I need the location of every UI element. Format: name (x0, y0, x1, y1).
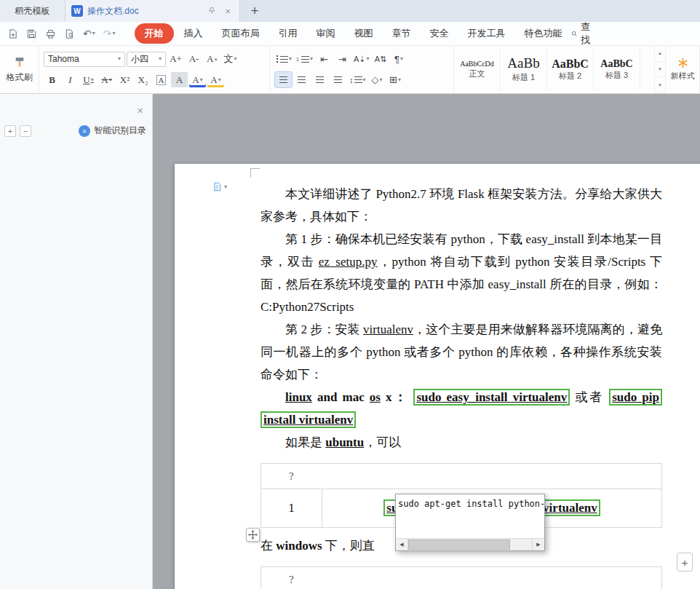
menu-item-3[interactable]: 引用 (270, 24, 306, 43)
workspace: × + − ≡ 智能识别目录 ▾ 本文详细讲述了 Python2.7 环境 Fl… (0, 94, 700, 589)
scroll-right-icon[interactable]: ▶ (532, 539, 544, 550)
scrollbar-thumb[interactable] (408, 539, 510, 550)
numbered-list-button[interactable]: 1▾ (295, 52, 314, 67)
table-move-handle[interactable] (246, 528, 260, 542)
wps-writer-icon: W (71, 5, 83, 17)
styles-gallery-scrollbar[interactable]: ▴ ▾ ▾ (654, 46, 665, 93)
print-preview-icon[interactable] (64, 28, 75, 39)
gallery-scroll-down-icon[interactable]: ▾ (655, 62, 665, 78)
find-button[interactable]: 查找 (571, 20, 594, 47)
new-document-icon[interactable] (7, 28, 18, 39)
clear-format-button[interactable]: A× (204, 52, 220, 67)
menu-item-4[interactable]: 审阅 (308, 24, 344, 43)
popup-code-text: sudo apt-get install python-virtu (396, 494, 544, 513)
font-color-button[interactable]: A▾ (189, 72, 206, 87)
decrease-font-button[interactable]: A- (186, 52, 202, 67)
styles-gallery: AaBbCcDd正文AaBb标题 1AaBbC标题 2AaBbC标题 3 (454, 46, 654, 93)
justify-button[interactable] (330, 72, 346, 87)
align-center-button[interactable] (293, 72, 310, 87)
pinyin-guide-button[interactable]: 文▾ (222, 52, 239, 67)
menu-item-0[interactable]: 开始 (135, 23, 174, 44)
underline-button[interactable]: U▾ (80, 72, 97, 87)
outline-collapse-button[interactable]: − (20, 125, 31, 137)
character-shading-button[interactable]: A (171, 72, 188, 87)
new-tab-button[interactable]: + (240, 0, 269, 22)
popup-horizontal-scrollbar[interactable]: ◀ ▶ (396, 538, 544, 550)
menu-item-5[interactable]: 视图 (346, 24, 382, 43)
document-canvas[interactable]: ▾ 本文详细讲述了 Python2.7 环境 Flask 框架安装方法。分享给大… (153, 94, 700, 589)
style-preview: AaBb (507, 56, 539, 71)
text-run: ，可以 (364, 435, 401, 449)
text-run: 在 (260, 539, 276, 553)
text-run: and mac (312, 390, 370, 404)
save-icon[interactable] (26, 28, 37, 39)
gallery-scroll-up-icon[interactable]: ▴ (655, 46, 665, 62)
align-right-button[interactable] (311, 72, 328, 87)
docer-template-tab[interactable]: 稻壳模板 (0, 0, 65, 22)
print-icon[interactable] (45, 28, 56, 39)
highlight-color-button[interactable]: A▾ (207, 72, 224, 87)
subscript-button[interactable]: X₂ (135, 72, 151, 87)
new-style-button[interactable]: 新样式 (665, 46, 700, 93)
scroll-left-icon[interactable]: ◀ (396, 539, 408, 550)
style-preview: AaBbC (552, 58, 589, 71)
shading-button[interactable]: ◇▾ (369, 72, 386, 87)
increase-font-button[interactable]: A+ (167, 52, 184, 67)
style-card-2[interactable]: AaBb标题 1 (501, 48, 547, 91)
style-label: 标题 2 (559, 71, 581, 82)
decrease-indent-button[interactable]: ⇤ (316, 52, 333, 67)
undo-icon[interactable]: ↶▾ (83, 28, 95, 39)
redo-icon[interactable]: ↷▾ (103, 28, 116, 39)
menu-item-6[interactable]: 章节 (383, 24, 420, 43)
style-card-1[interactable]: AaBbCcDd正文 (454, 48, 501, 91)
sidebar-close-icon[interactable]: × (137, 104, 143, 116)
superscript-button[interactable]: X² (116, 72, 133, 87)
paragraph-tool-icon[interactable]: ▾ (212, 181, 227, 192)
gallery-more-icon[interactable]: ▾ (655, 77, 665, 93)
font-name-select[interactable]: Tahoma▾ (44, 52, 125, 67)
text-direction-button[interactable]: A⇣▾ (352, 52, 371, 67)
smart-toc-button[interactable]: ≡ 智能识别目录 (79, 124, 146, 137)
style-card-4[interactable]: AaBbC标题 3 (594, 48, 640, 91)
sort-button[interactable]: A⇅ (373, 52, 389, 67)
line-spacing-button[interactable]: ↕▾ (348, 72, 367, 87)
menu-item-8[interactable]: 开发工具 (459, 24, 514, 43)
menu-item-1[interactable]: 插入 (175, 24, 212, 43)
paragraph-mark-button[interactable]: ¶▾ (391, 52, 407, 67)
menu-item-2[interactable]: 页面布局 (213, 24, 269, 43)
pin-tab-icon[interactable] (206, 5, 218, 17)
font-size-value: 小四 (131, 53, 148, 66)
borders-button[interactable]: ⊞▾ (387, 72, 404, 87)
italic-button[interactable]: I (62, 72, 79, 87)
format-painter-icon (13, 56, 26, 68)
menu-items: 开始插入页面布局引用审阅视图章节安全开发工具特色功能 (135, 23, 571, 44)
increase-indent-button[interactable]: ⇥ (334, 52, 351, 67)
active-document-tab[interactable]: W 操作文档.doc × (65, 0, 240, 22)
bold-button[interactable]: B (44, 72, 60, 87)
style-preview: AaBbC (600, 58, 632, 69)
style-label: 标题 3 (605, 70, 628, 81)
menu-item-9[interactable]: 特色功能 (516, 24, 571, 43)
format-painter-button[interactable]: 格式刷 (0, 46, 39, 93)
character-border-button[interactable]: A (153, 72, 170, 87)
close-tab-icon[interactable]: × (222, 5, 234, 17)
scrollbar-track[interactable] (510, 539, 532, 550)
cell-content-popup[interactable]: sudo apt-get install python-virtu ◀ ▶ (395, 494, 545, 551)
document-tabbar: 稻壳模板 W 操作文档.doc × + (0, 0, 700, 22)
table-number-cell: 1 (261, 489, 322, 528)
font-group: Tahoma▾ 小四▾ A+ A- A× 文▾ B I U▾ A▾ X² X₂ … (39, 46, 271, 93)
paragraph: 第 2 步：安装 virtualenv，这个主要是用来做解释器环境隔离的，避免同… (260, 318, 662, 386)
bullet-list-button[interactable]: ▾ (275, 52, 293, 67)
style-card-3[interactable]: AaBbC标题 2 (547, 48, 594, 91)
font-size-select[interactable]: 小四▾ (127, 52, 166, 67)
align-left-button[interactable] (275, 72, 292, 87)
move-icon (248, 530, 258, 539)
table-add-row-button[interactable]: + (677, 553, 693, 572)
outline-expand-button[interactable]: + (4, 125, 16, 137)
text-run: os (370, 390, 381, 404)
paragraph: linux and mac os x： sudo easy_install vi… (260, 386, 662, 431)
style-label: 标题 1 (512, 72, 535, 83)
menu-item-7[interactable]: 安全 (421, 24, 458, 43)
style-label: 正文 (469, 68, 485, 79)
strikethrough-button[interactable]: A▾ (98, 72, 115, 87)
